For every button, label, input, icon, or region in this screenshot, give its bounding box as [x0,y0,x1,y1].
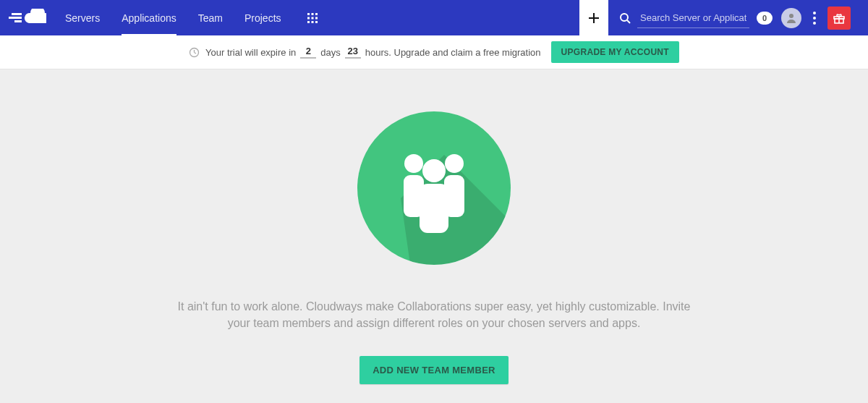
clock-icon [189,47,200,58]
add-button[interactable] [579,0,608,35]
svg-line-22 [195,52,197,54]
svg-rect-4 [311,13,313,15]
svg-line-15 [627,20,630,23]
svg-point-16 [789,14,793,18]
svg-rect-1 [12,13,22,15]
svg-rect-9 [307,21,310,23]
primary-nav: Servers Applications Team Projects [54,0,292,35]
nav-label: Applications [122,12,176,24]
notification-badge[interactable]: 0 [757,12,773,25]
search-icon[interactable] [617,10,633,26]
search-input[interactable] [637,8,749,28]
nav-label: Team [198,12,223,24]
nav-item-applications[interactable]: Applications [111,0,187,35]
nav-item-projects[interactable]: Projects [234,0,292,35]
svg-rect-13 [589,17,599,19]
svg-rect-7 [311,17,313,19]
svg-point-14 [621,14,628,21]
main-content: It ain't fun to work alone. Cloudways ma… [0,69,868,403]
svg-rect-11 [315,21,318,23]
trial-prefix: Your trial will expire in [205,47,296,58]
add-team-member-button[interactable]: ADD NEW TEAM MEMBER [359,356,509,384]
gift-icon[interactable] [827,7,851,30]
kebab-menu-icon[interactable] [807,8,822,28]
svg-rect-6 [307,17,310,19]
svg-rect-30 [420,184,448,233]
user-avatar[interactable] [781,8,801,28]
top-navbar: Servers Applications Team Projects 0 [0,0,868,35]
svg-point-27 [445,154,464,173]
search-area: 0 [608,0,868,35]
svg-rect-10 [311,21,313,23]
nav-label: Projects [244,12,281,24]
svg-rect-5 [315,13,318,15]
svg-point-25 [404,154,423,173]
brand-logo[interactable] [0,0,54,35]
trial-days-value: 2 [300,46,316,59]
svg-rect-2 [14,20,22,22]
nav-label: Servers [65,12,100,24]
trial-hours-value: 23 [345,46,361,59]
trial-banner: Your trial will expire in 2 days 23 hour… [0,35,868,69]
apps-grid-icon[interactable] [298,0,327,35]
team-hero-icon [357,111,511,265]
trial-days-label: days [320,47,340,58]
svg-rect-8 [315,17,318,19]
upgrade-account-button[interactable]: UPGRADE MY ACCOUNT [551,41,679,63]
trial-hours-suffix: hours. Upgrade and claim a free migratio… [365,47,541,58]
nav-item-team[interactable]: Team [187,0,234,35]
svg-rect-0 [9,17,22,19]
nav-item-servers[interactable]: Servers [54,0,111,35]
svg-rect-3 [307,13,310,15]
team-description: It ain't fun to work alone. Cloudways ma… [174,298,694,331]
svg-point-29 [422,159,446,182]
